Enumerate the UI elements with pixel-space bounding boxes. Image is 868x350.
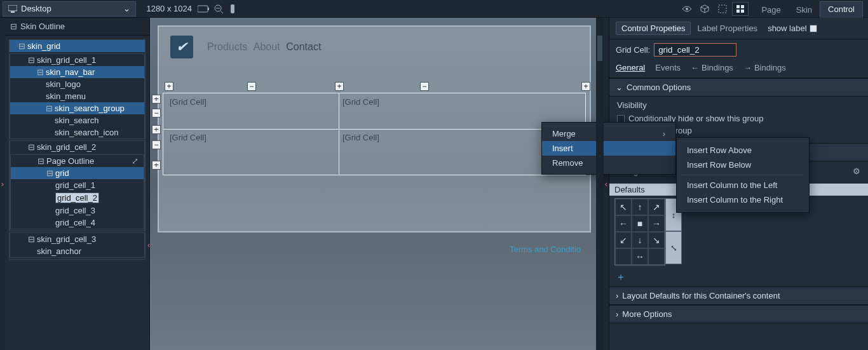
- tree-gc4[interactable]: grid_cell_4: [11, 217, 144, 229]
- canvas-scrollbar[interactable]: [596, 18, 604, 350]
- remove-col-handle[interactable]: −: [247, 82, 256, 91]
- device-dropdown[interactable]: Desktop ⌄: [3, 1, 136, 17]
- checkbox[interactable]: [617, 115, 625, 123]
- add-row-handle[interactable]: +: [152, 95, 161, 104]
- grid-cell-label: [Grid Cell]: [170, 133, 207, 142]
- canvas[interactable]: ✔ Products About Contact [Grid Cell] [Gr…: [150, 18, 604, 350]
- subpanel-control-properties[interactable]: Control Propeties: [616, 22, 691, 35]
- svg-rect-11: [736, 10, 740, 13]
- tree-search-icon[interactable]: skin_search_icon: [10, 126, 144, 138]
- anchor-ne[interactable]: ↗: [648, 199, 665, 215]
- grid-view-icon[interactable]: [732, 2, 749, 16]
- subtab-bindings-out[interactable]: →Bindings: [743, 63, 786, 72]
- anchor-se[interactable]: ↘: [648, 232, 665, 248]
- show-label-checkbox[interactable]: [810, 25, 817, 32]
- subtab-events[interactable]: Events: [655, 63, 681, 72]
- anchor-e[interactable]: →: [648, 215, 665, 232]
- tree-cell-1[interactable]: ⊟skin_grid_cell_1: [10, 54, 144, 66]
- anchor-sw[interactable]: ↙: [615, 232, 632, 248]
- tree-cell-2[interactable]: ⊟skin_grid_cell_2: [10, 141, 144, 153]
- subpanel-label-properties[interactable]: Label Properties: [697, 24, 757, 33]
- remove-row-handle[interactable]: −: [152, 109, 161, 118]
- tree-skin-grid[interactable]: ⊟skin_grid: [10, 40, 145, 52]
- anchor-center[interactable]: ■: [632, 215, 648, 232]
- tree-menu[interactable]: skin_menu: [10, 90, 144, 102]
- ctx-merge[interactable]: Merge›: [542, 126, 675, 141]
- nav-products[interactable]: Products: [207, 41, 247, 52]
- tree-search[interactable]: skin_search: [10, 114, 144, 126]
- nav-about[interactable]: About: [254, 41, 280, 52]
- visibility-heading: Visibility: [617, 100, 860, 112]
- ctx-col-left[interactable]: Insert Column to the Left: [677, 178, 809, 192]
- collapse-icon[interactable]: ⊟: [10, 22, 17, 31]
- add-col-handle[interactable]: +: [165, 82, 173, 91]
- eye-icon[interactable]: [679, 2, 695, 16]
- anchor-stretch-h[interactable]: ↔: [632, 248, 648, 265]
- context-menu: Merge› Insert Remove: [541, 122, 676, 175]
- ctx-remove[interactable]: Remove: [542, 156, 675, 170]
- grid-divider-h[interactable]: [163, 129, 585, 130]
- chevron-down-icon: ⌄: [616, 83, 623, 92]
- arrow-left-icon: ←: [691, 63, 699, 72]
- left-collapse-chevron[interactable]: ‹: [147, 240, 150, 250]
- orientation-icon[interactable]: [196, 3, 211, 15]
- grid-cell-input[interactable]: [654, 43, 736, 57]
- tree-anchor[interactable]: skin_anchor: [10, 245, 144, 257]
- anchor-n[interactable]: ↑: [632, 199, 648, 215]
- svg-rect-0: [8, 5, 17, 11]
- subtab-general[interactable]: General: [616, 63, 645, 72]
- ctx-insert[interactable]: Insert: [542, 141, 675, 156]
- add-row-handle[interactable]: +: [152, 125, 161, 134]
- grid-cell-container[interactable]: [Grid Cell] [Grid Cell] [Grid Cell] [Gri…: [163, 93, 586, 175]
- select-rect-icon[interactable]: [714, 2, 731, 16]
- ctx-row-above[interactable]: Insert Row Above: [677, 143, 809, 158]
- tree-nav-bar[interactable]: ⊟skin_nav_bar: [10, 66, 144, 78]
- menu-separator: [682, 175, 804, 175]
- remove-col-handle[interactable]: −: [420, 82, 429, 91]
- add-row-handle[interactable]: +: [152, 161, 161, 170]
- svg-point-7: [686, 8, 688, 10]
- right-rail-toggle[interactable]: ‹: [604, 18, 609, 350]
- tree-cell-3[interactable]: ⊟skin_grid_cell_3: [10, 233, 144, 245]
- tree-search-group[interactable]: ⊟skin_search_group: [10, 102, 144, 114]
- nav-contact[interactable]: Contact: [286, 41, 321, 52]
- anchor-s[interactable]: ↓: [632, 232, 648, 248]
- anchor-w[interactable]: ←: [615, 215, 632, 232]
- left-rail-toggle[interactable]: ›: [0, 18, 5, 350]
- section-common-options[interactable]: ⌄Common Options: [609, 78, 868, 97]
- tree-page-outline[interactable]: ⊟Page Outline⤢: [11, 155, 144, 167]
- tree-gc1[interactable]: grid_cell_1: [11, 179, 144, 191]
- section-layout-defaults[interactable]: ›Layout Defaults for this Container's co…: [609, 286, 868, 305]
- zoom-out-icon[interactable]: [211, 3, 226, 15]
- anchor-fill[interactable]: ⤡: [665, 231, 682, 264]
- skin-outline-panel: ⊟ Skin Outline ⊟skin_grid ⊟skin_grid_cel…: [5, 18, 150, 350]
- add-col-handle[interactable]: +: [335, 82, 344, 91]
- ctx-row-below[interactable]: Insert Row Below: [677, 158, 809, 172]
- subtab-bindings-in[interactable]: ←Bindings: [691, 63, 733, 72]
- ctx-col-right[interactable]: Insert Column to the Right: [677, 192, 809, 207]
- tab-control[interactable]: Control: [820, 1, 863, 18]
- tree-gc2[interactable]: grid_cell_2: [11, 191, 144, 205]
- tree-grid[interactable]: ⊟grid: [11, 167, 144, 179]
- page-surface[interactable]: ✔ Products About Contact [Grid Cell] [Gr…: [158, 25, 591, 232]
- anchor-nw[interactable]: ↖: [615, 199, 632, 215]
- skin-logo: ✔: [170, 36, 193, 58]
- gear-icon[interactable]: ⚙: [853, 166, 860, 176]
- remove-row-handle[interactable]: −: [152, 140, 161, 149]
- chevron-right-icon: ›: [616, 291, 618, 300]
- section-more-options[interactable]: ›More Options: [609, 305, 868, 323]
- add-default-button[interactable]: ＋: [609, 268, 868, 286]
- cube-icon[interactable]: [696, 2, 713, 16]
- tree-gc3[interactable]: grid_cell_3: [11, 205, 144, 217]
- tree-logo[interactable]: skin_logo: [10, 78, 144, 90]
- footer-link[interactable]: Terms and Conditio: [510, 245, 581, 254]
- grid-divider-v[interactable]: [339, 93, 339, 175]
- zoom-slider-handle[interactable]: [226, 4, 239, 13]
- tab-skin[interactable]: Skin: [789, 2, 820, 18]
- svg-rect-2: [198, 6, 208, 12]
- expand-arrows-icon[interactable]: ⤢: [132, 156, 141, 166]
- add-col-handle[interactable]: +: [581, 82, 590, 91]
- device-label: Desktop: [21, 4, 51, 13]
- grid-cell-label: [Grid Cell]: [342, 133, 379, 142]
- tab-page[interactable]: Page: [754, 2, 788, 18]
